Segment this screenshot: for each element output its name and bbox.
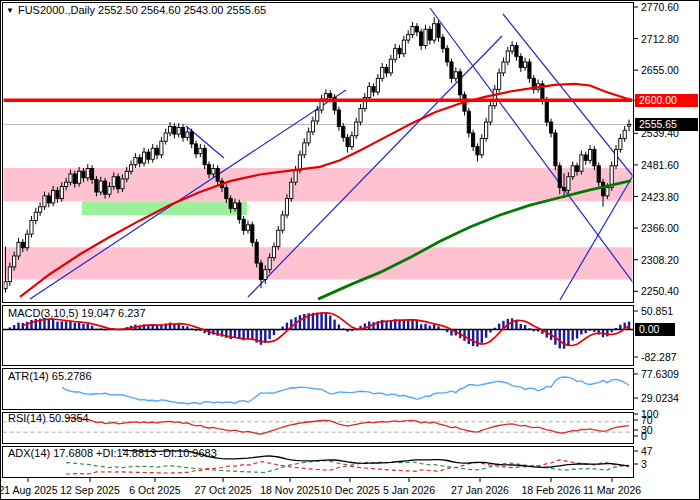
bear-candle	[549, 122, 552, 133]
bear-candle	[420, 32, 423, 46]
bull-candle	[39, 207, 42, 212]
bull-candle	[86, 169, 89, 178]
macd-bar	[468, 330, 470, 345]
bull-candle	[623, 130, 626, 138]
bear-candle	[450, 62, 453, 78]
bull-candle	[281, 215, 284, 230]
bear-candle	[91, 169, 94, 180]
bull-candle	[186, 132, 189, 137]
bull-candle	[52, 190, 55, 203]
macd-bar	[472, 330, 474, 347]
bull-candle	[498, 73, 501, 89]
bull-candle	[78, 171, 81, 183]
macd-bar	[260, 330, 262, 345]
bull-candle	[8, 267, 11, 282]
bull-candle	[381, 67, 384, 78]
bull-candle	[485, 122, 488, 138]
macd-bar	[69, 321, 71, 330]
macd-bar	[511, 318, 513, 329]
bear-candle	[173, 126, 176, 134]
bull-candle	[34, 212, 37, 220]
bull-candle	[272, 247, 275, 258]
bull-candle	[246, 225, 249, 230]
bear-candle	[194, 144, 197, 154]
macd-bar	[481, 330, 483, 343]
bear-candle	[116, 177, 119, 189]
macd-bar	[303, 314, 305, 330]
atr-line	[62, 377, 629, 404]
macd-bar	[498, 324, 500, 330]
bear-candle	[554, 133, 557, 166]
macd-histogram	[4, 313, 630, 349]
macd-bar	[567, 330, 569, 346]
macd-bar	[286, 323, 288, 330]
bull-candle	[142, 152, 145, 163]
bull-candle	[177, 128, 180, 135]
macd-bar	[416, 321, 418, 330]
bull-candle	[134, 158, 137, 165]
bull-candle	[614, 149, 617, 165]
bull-candle	[454, 72, 457, 79]
macd-bar	[485, 330, 487, 338]
bull-candle	[17, 242, 20, 256]
bull-candle	[164, 133, 167, 141]
macd-bar	[87, 324, 89, 330]
bull-candle	[480, 138, 483, 154]
bull-candle	[316, 110, 319, 121]
macd-bar	[333, 320, 335, 330]
bull-candle	[394, 48, 397, 59]
bear-candle	[207, 165, 210, 174]
bear-candle	[519, 57, 522, 68]
macd-bar	[178, 324, 180, 330]
bear-candle	[593, 149, 596, 165]
bull-candle	[350, 136, 353, 147]
macd-bar	[52, 320, 54, 330]
adx-panel	[66, 450, 629, 474]
bull-candle	[168, 126, 171, 133]
bear-candle	[259, 263, 262, 279]
bear-candle	[155, 148, 158, 155]
macd-bar	[411, 319, 413, 329]
bull-candle	[121, 179, 124, 189]
chart-canvas[interactable]	[0, 0, 700, 500]
bull-candle	[324, 94, 327, 99]
bear-candle	[398, 48, 401, 53]
bull-candle	[376, 78, 379, 92]
bear-candle	[181, 128, 184, 138]
bull-candle	[619, 138, 622, 149]
macd-bar	[268, 330, 270, 340]
bear-candle	[138, 158, 141, 163]
bear-candle	[225, 188, 228, 199]
bull-candle	[506, 51, 509, 62]
bull-candle	[4, 282, 7, 289]
bull-candle	[424, 29, 427, 45]
macd-bar	[74, 323, 76, 330]
bull-candle	[571, 166, 574, 177]
bull-candle	[277, 230, 280, 246]
bear-candle	[216, 169, 219, 182]
macd-bar	[299, 315, 301, 329]
bull-candle	[307, 132, 310, 143]
bull-candle	[368, 87, 371, 98]
bull-candle	[199, 148, 202, 153]
macd-bar	[65, 321, 67, 329]
bear-candle	[459, 72, 462, 95]
bear-candle	[515, 46, 518, 57]
bull-candle	[355, 122, 358, 136]
bull-candle	[30, 220, 33, 234]
bull-candle	[65, 182, 68, 186]
macd-bar	[61, 321, 63, 329]
macd-bar	[82, 324, 84, 330]
rsi-line	[66, 418, 629, 435]
bull-candle	[264, 270, 267, 280]
bull-candle	[411, 26, 414, 34]
bull-candle	[212, 169, 215, 174]
bull-candle	[294, 170, 297, 182]
macd-bar	[398, 321, 400, 330]
bull-candle	[493, 89, 496, 105]
macd-bar	[403, 320, 405, 330]
main-chart	[3, 8, 653, 300]
bear-candle	[562, 188, 565, 191]
macd-bar	[316, 313, 318, 330]
bear-candle	[56, 190, 59, 198]
